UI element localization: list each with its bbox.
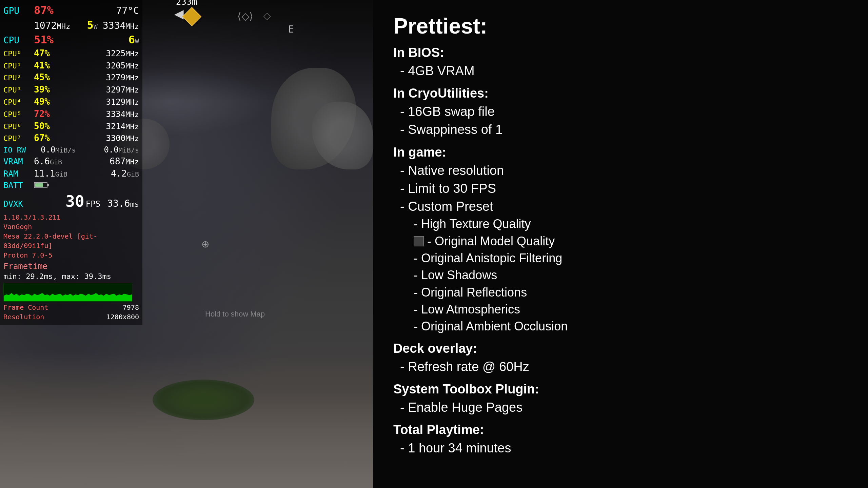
vram-freq: 687 bbox=[110, 156, 125, 167]
version-text: 1.10.3/1.3.211 bbox=[3, 212, 139, 222]
cpu-pct: 51% bbox=[34, 33, 54, 47]
batt-row: BATT bbox=[3, 180, 139, 191]
ram-row: RAM 11.1 GiB 4.2 GiB bbox=[3, 168, 139, 180]
cpu3-row: CPU³ 39% 3297 MHz bbox=[3, 84, 139, 96]
ingame-subitem-1-text: - Original Model Quality bbox=[427, 233, 555, 250]
frame-count-row: Frame Count 7978 bbox=[3, 303, 139, 312]
hud-panel: GPU 87% 77°C 1072 MHz 5 W 3334 MHz CPU 5… bbox=[0, 0, 142, 325]
gpu-row: GPU 87% 77°C bbox=[3, 3, 139, 18]
ingame-item-1: - Limit to 30 FPS bbox=[400, 180, 848, 198]
game-background: 233m ◀ ⟨◇⟩ ◇ E ⊕ Hold to show Map GPU 87… bbox=[0, 0, 373, 488]
ingame-subitem-4: - Original Reflections bbox=[414, 284, 848, 301]
cpu1-label: CPU¹ bbox=[3, 61, 34, 71]
ingame-subitem-5: - Low Atmospherics bbox=[414, 301, 848, 318]
io-row: IO RW 0.0 MiB/s 0.0 MiB/s bbox=[3, 145, 139, 155]
io-write: 0.0 bbox=[104, 145, 118, 155]
nav-distance: 233m bbox=[176, 0, 197, 7]
cpu5-pct: 72% bbox=[34, 108, 50, 120]
ingame-subitem-2: - Original Anistopic Filtering bbox=[414, 250, 848, 267]
dvxk-fps-row: DVXK 30 FPS 33.6 ms bbox=[3, 191, 139, 212]
frametime-range: min: 29.2ms, max: 39.3ms bbox=[3, 272, 139, 282]
ingame-subitem-0: - High Texture Quality bbox=[414, 216, 848, 232]
proton-text: Proton 7.0-5 bbox=[3, 250, 139, 260]
frame-count-label: Frame Count bbox=[3, 303, 48, 312]
frametime-bar bbox=[4, 288, 132, 301]
gpu-watts: 5 bbox=[87, 18, 94, 33]
ingame-subitem-1: - Original Model Quality bbox=[414, 233, 848, 250]
cryo-item-1: - Swappiness of 1 bbox=[400, 121, 848, 139]
ram-used: 11.1 bbox=[34, 168, 55, 180]
cryo-item-0: - 16GB swap file bbox=[400, 103, 848, 121]
section-cryo: In CryoUtilities: bbox=[393, 86, 848, 101]
gpu-pct: 87% bbox=[34, 3, 54, 18]
battery-icon bbox=[34, 182, 47, 188]
gpu-freq-row: 1072 MHz 5 W 3334 MHz bbox=[3, 18, 139, 33]
batt-label: BATT bbox=[3, 180, 34, 191]
frametime-label: Frametime bbox=[3, 261, 139, 272]
fps-unit: FPS bbox=[86, 199, 100, 209]
playtime-item-0: - 1 hour 34 minutes bbox=[400, 439, 848, 457]
section-ingame: In game: bbox=[393, 145, 848, 160]
vram-row: VRAM 6.6 GiB 687 MHz bbox=[3, 156, 139, 167]
resolution-value: 1280x800 bbox=[106, 312, 139, 321]
cpu0-row: CPU⁰ 47% 3225 MHz bbox=[3, 48, 139, 59]
section-playtime: Total Playtime: bbox=[393, 423, 848, 437]
ram-val2: 4.2 bbox=[111, 168, 127, 180]
gpu-freq: 1072 bbox=[34, 20, 57, 32]
crosshair: ⊕ bbox=[201, 239, 209, 250]
cpu2-pct: 45% bbox=[34, 72, 50, 83]
version-info: 1.10.3/1.3.211 VanGogh Mesa 22.2.0-devel… bbox=[3, 212, 139, 260]
cpu6-label: CPU⁶ bbox=[3, 122, 34, 132]
nav-diamond bbox=[182, 7, 202, 26]
cpu1-pct: 41% bbox=[34, 60, 50, 72]
driver-text: VanGogh bbox=[3, 222, 139, 231]
cpu5-label: CPU⁵ bbox=[3, 110, 34, 120]
cpu2-label: CPU² bbox=[3, 73, 34, 83]
cpu-row: CPU 51% 6 W bbox=[3, 33, 139, 47]
vram-used: 6.6 bbox=[34, 156, 50, 167]
ram-label: RAM bbox=[3, 169, 34, 179]
cpu0-pct: 47% bbox=[34, 48, 50, 59]
cpu5-row: CPU⁵ 72% 3334 MHz bbox=[3, 108, 139, 120]
cpu0-label: CPU⁰ bbox=[3, 49, 34, 59]
mesa-text: Mesa 22.2.0-devel [git-03dd/09i1fu] bbox=[3, 231, 139, 250]
direction-indicator: E bbox=[288, 24, 294, 35]
toolbox-item-0: - Enable Huge Pages bbox=[400, 399, 848, 416]
gpu-watts-unit: W bbox=[94, 22, 98, 31]
info-title: Prettiest: bbox=[393, 14, 848, 39]
ram-unit: GiB bbox=[55, 170, 67, 179]
cpu6-pct: 50% bbox=[34, 121, 50, 132]
waypoint-icon: ◇ bbox=[263, 10, 271, 22]
cpu5-freq: 3334 bbox=[106, 109, 125, 120]
cpu3-label: CPU³ bbox=[3, 85, 34, 95]
ingame-subitem-3: - Low Shadows bbox=[414, 267, 848, 284]
io-label: IO RW bbox=[3, 145, 41, 155]
dvxk-label: DVXK bbox=[3, 199, 34, 209]
gpu-temp: 77°C bbox=[116, 5, 139, 17]
fps-value: 30 bbox=[65, 191, 84, 212]
ingame-item-2: - Custom Preset bbox=[400, 198, 848, 216]
cpu7-row: CPU⁷ 67% 3300 MHz bbox=[3, 133, 139, 144]
cpu2-row: CPU² 45% 3279 MHz bbox=[3, 72, 139, 83]
cpu1-row: CPU¹ 41% 3205 MHz bbox=[3, 60, 139, 72]
vram-freq-unit: MHz bbox=[125, 157, 139, 167]
resolution-row: Resolution 1280x800 bbox=[3, 312, 139, 321]
nav-arrow-left: ◀ bbox=[174, 7, 184, 21]
io-read: 0.0 bbox=[41, 145, 55, 155]
cpu4-pct: 49% bbox=[34, 96, 50, 108]
io-read-unit: MiB/s bbox=[55, 146, 76, 155]
cpu6-freq: 3214 bbox=[106, 121, 125, 132]
cpu0-mhz: MHz bbox=[125, 49, 139, 59]
cpu6-row: CPU⁶ 50% 3214 MHz bbox=[3, 121, 139, 132]
cpu7-label: CPU⁷ bbox=[3, 134, 34, 144]
frametime-graph bbox=[3, 283, 132, 302]
cpu-watts-unit: W bbox=[135, 37, 139, 45]
cpu3-pct: 39% bbox=[34, 84, 50, 96]
cpu2-freq: 3279 bbox=[106, 73, 125, 83]
frame-count-value: 7978 bbox=[123, 303, 139, 312]
checkbox-icon bbox=[414, 236, 424, 246]
gpu-label: GPU bbox=[3, 5, 34, 17]
cpu1-freq: 3205 bbox=[106, 61, 125, 71]
ms-unit: ms bbox=[130, 200, 139, 209]
compass-icon: ⟨◇⟩ bbox=[237, 10, 253, 22]
